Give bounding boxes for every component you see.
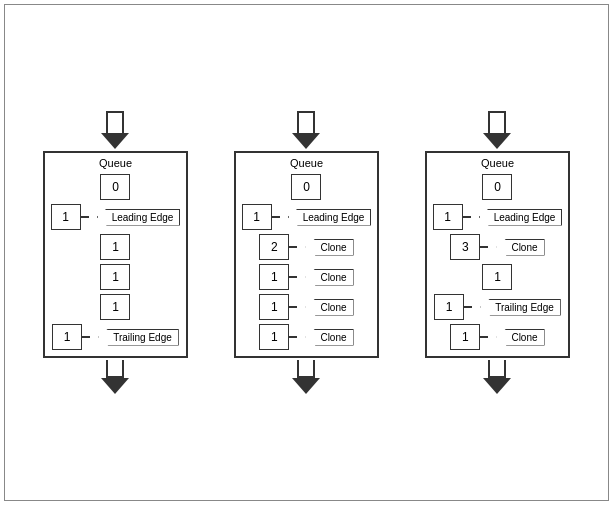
label-tag-4: Clone — [305, 299, 353, 316]
arrow-shaft-top — [488, 111, 506, 133]
cell-row-0: 0 — [482, 174, 512, 200]
cell-value-3: 1 — [482, 264, 512, 290]
label-tag-1: Leading Edge — [97, 209, 181, 226]
queue-container: Queue01Leading Edge2Clone1Clone1Clone1Cl… — [234, 151, 380, 358]
label-tag-2: Clone — [305, 239, 353, 256]
arrow-head-top — [483, 133, 511, 149]
arrow-shaft-bottom — [488, 360, 506, 378]
connector-line — [289, 246, 297, 248]
queue-label: Queue — [99, 157, 132, 169]
cell-row-4: 1Clone — [259, 294, 353, 320]
cell-value-3: 1 — [100, 264, 130, 290]
cell-row-5: 1Clone — [450, 324, 544, 350]
cell-row-1: 1Leading Edge — [51, 204, 181, 230]
cell-row-5: 1Clone — [259, 324, 353, 350]
cell-value-4: 1 — [434, 294, 464, 320]
arrow-head-bottom — [101, 378, 129, 394]
cell-value-1: 1 — [242, 204, 272, 230]
label-tag-5: Clone — [305, 329, 353, 346]
cell-row-4: 1 — [100, 294, 130, 320]
cell-row-2: 1 — [100, 234, 130, 260]
arrow-head-bottom — [483, 378, 511, 394]
arrow-head-bottom — [292, 378, 320, 394]
arrow-top — [483, 111, 511, 149]
outer-border: Queue01Leading Edge1111Trailing EdgeQueu… — [4, 4, 609, 501]
label-tag-4: Trailing Edge — [480, 299, 561, 316]
cell-value-1: 1 — [51, 204, 81, 230]
queue-container: Queue01Leading Edge3Clone11Trailing Edge… — [425, 151, 571, 358]
connector-line — [463, 216, 471, 218]
cell-value-0: 0 — [100, 174, 130, 200]
arrow-bottom — [483, 360, 511, 394]
connector-line — [289, 276, 297, 278]
cell-row-1: 1Leading Edge — [433, 204, 563, 230]
cell-value-2: 1 — [100, 234, 130, 260]
connector-line — [289, 336, 297, 338]
queue-label: Queue — [481, 157, 514, 169]
label-tag-3: Clone — [305, 269, 353, 286]
cell-row-2: 3Clone — [450, 234, 544, 260]
diagram-2: Queue01Leading Edge2Clone1Clone1Clone1Cl… — [234, 111, 380, 394]
connector-line — [82, 336, 90, 338]
queue-label: Queue — [290, 157, 323, 169]
arrow-shaft-bottom — [297, 360, 315, 378]
cell-row-3: 1Clone — [259, 264, 353, 290]
cell-value-0: 0 — [482, 174, 512, 200]
cell-row-0: 0 — [291, 174, 321, 200]
label-tag-5: Trailing Edge — [98, 329, 179, 346]
connector-line — [480, 246, 488, 248]
label-tag-1: Leading Edge — [479, 209, 563, 226]
arrow-top — [101, 111, 129, 149]
arrow-head-top — [101, 133, 129, 149]
connector-line — [289, 306, 297, 308]
cell-row-2: 2Clone — [259, 234, 353, 260]
connector-line — [480, 336, 488, 338]
queue-container: Queue01Leading Edge1111Trailing Edge — [43, 151, 189, 358]
cell-value-5: 1 — [259, 324, 289, 350]
cell-value-1: 1 — [433, 204, 463, 230]
cell-value-4: 1 — [100, 294, 130, 320]
arrow-bottom — [292, 360, 320, 394]
label-tag-1: Leading Edge — [288, 209, 372, 226]
connector-line — [81, 216, 89, 218]
cell-row-0: 0 — [100, 174, 130, 200]
cell-row-3: 1 — [100, 264, 130, 290]
diagram-1: Queue01Leading Edge1111Trailing Edge — [43, 111, 189, 394]
cell-value-2: 2 — [259, 234, 289, 260]
cell-value-0: 0 — [291, 174, 321, 200]
cell-value-4: 1 — [259, 294, 289, 320]
label-tag-5: Clone — [496, 329, 544, 346]
label-tag-2: Clone — [496, 239, 544, 256]
cell-value-5: 1 — [450, 324, 480, 350]
cell-row-5: 1Trailing Edge — [52, 324, 179, 350]
arrow-top — [292, 111, 320, 149]
cell-row-3: 1 — [482, 264, 512, 290]
diagram-3: Queue01Leading Edge3Clone11Trailing Edge… — [425, 111, 571, 394]
cell-row-4: 1Trailing Edge — [434, 294, 561, 320]
arrow-shaft-bottom — [106, 360, 124, 378]
arrow-head-top — [292, 133, 320, 149]
cell-value-2: 3 — [450, 234, 480, 260]
arrow-shaft-top — [106, 111, 124, 133]
cell-value-3: 1 — [259, 264, 289, 290]
connector-line — [464, 306, 472, 308]
connector-line — [272, 216, 280, 218]
cell-row-1: 1Leading Edge — [242, 204, 372, 230]
cell-value-5: 1 — [52, 324, 82, 350]
arrow-shaft-top — [297, 111, 315, 133]
arrow-bottom — [101, 360, 129, 394]
